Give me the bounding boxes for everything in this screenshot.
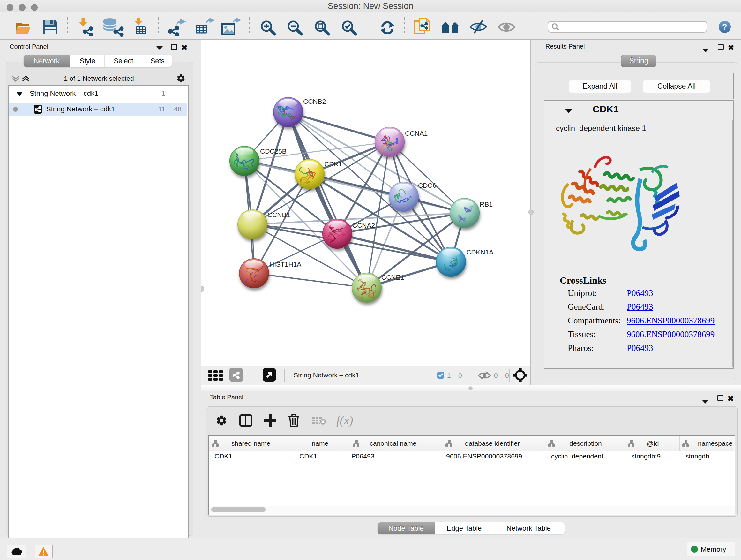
svg-text:RB1: RB1 bbox=[480, 200, 493, 208]
svg-text:CCNA1: CCNA1 bbox=[405, 130, 428, 137]
svg-text:CDC6: CDC6 bbox=[418, 182, 436, 189]
svg-text:CCNB2: CCNB2 bbox=[303, 98, 326, 105]
svg-text:CDKN1A: CDKN1A bbox=[466, 248, 493, 256]
svg-text:CDC25B: CDC25B bbox=[260, 147, 286, 155]
svg-text:CCNB1: CCNB1 bbox=[267, 211, 290, 219]
svg-text:CCNA2: CCNA2 bbox=[352, 222, 375, 229]
svg-text:CDK1: CDK1 bbox=[324, 160, 342, 168]
svg-text:CCNE1: CCNE1 bbox=[381, 273, 404, 281]
svg-text:HIST1H1A: HIST1H1A bbox=[269, 260, 301, 268]
